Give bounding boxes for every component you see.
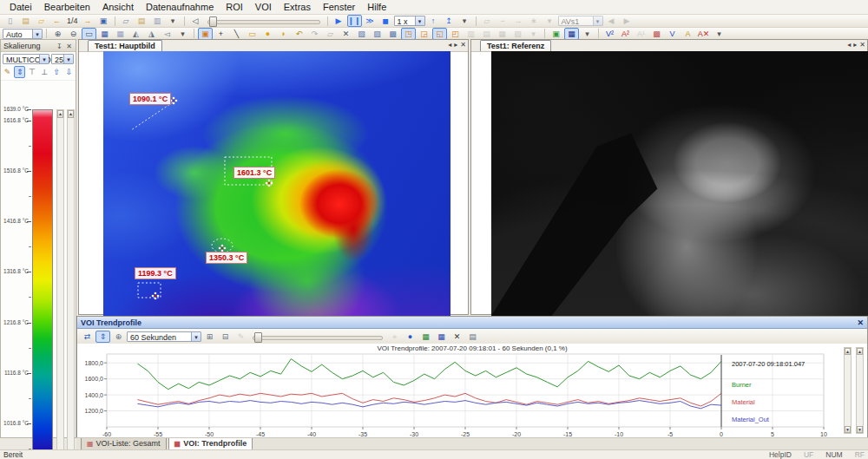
- shrink-range-icon[interactable]: ⇩: [63, 66, 75, 78]
- zoom-y-icon[interactable]: ⊟: [218, 331, 233, 343]
- stop-icon[interactable]: ◼: [378, 15, 393, 27]
- bottom-tab-voi-liste-gesamt[interactable]: ▦VOI-Liste: Gesamt: [81, 438, 167, 450]
- menu-item-datenaufnahme[interactable]: Datenaufnahme: [140, 1, 220, 13]
- more6-dropdown-icon[interactable]: ▾: [580, 28, 595, 40]
- redo-roi-icon[interactable]: ↷: [307, 28, 322, 40]
- auto-range-icon[interactable]: ⇕: [14, 66, 25, 78]
- voi-a2-icon[interactable]: A²: [618, 28, 633, 40]
- more7-dropdown-icon[interactable]: ▾: [712, 28, 727, 40]
- close-icon[interactable]: ✕: [859, 41, 865, 49]
- refresh-trend-icon[interactable]: ⇄: [80, 331, 95, 343]
- add-ellipse-icon[interactable]: ●: [260, 28, 275, 40]
- menu-item-roi[interactable]: ROI: [220, 1, 249, 13]
- more4-dropdown-icon[interactable]: ▾: [175, 28, 190, 40]
- fit-view-icon[interactable]: ▭: [82, 28, 96, 40]
- voi-new-icon[interactable]: ▣: [549, 28, 563, 40]
- roi-in-icon[interactable]: ◳: [401, 28, 416, 40]
- print-icon[interactable]: ▥: [150, 15, 165, 27]
- fast-forward-icon[interactable]: ≫: [363, 15, 378, 27]
- copy-roi-icon[interactable]: ▱: [323, 28, 338, 40]
- roi-list-icon[interactable]: ▧: [354, 28, 369, 40]
- scroll-up-icon[interactable]: ▲: [845, 348, 851, 355]
- tab-prev-icon[interactable]: ◂: [847, 41, 851, 49]
- palette-combo[interactable]: MULTICOLOF▾: [3, 54, 49, 64]
- zoom-in-icon[interactable]: ⊕: [50, 28, 65, 40]
- chart-scrollbar-2[interactable]: ▲ ▼: [856, 347, 864, 434]
- pause-trend-icon[interactable]: ●: [403, 331, 418, 343]
- close-icon[interactable]: ✕: [65, 43, 73, 50]
- print-trend-icon[interactable]: ▤: [465, 331, 480, 343]
- auto-scale-icon[interactable]: ⇕: [95, 331, 110, 343]
- menu-item-datei[interactable]: Datei: [3, 1, 38, 13]
- scale-max-scrollbar[interactable]: ▲ ▼: [56, 109, 64, 459]
- set-max-icon[interactable]: ⊤: [26, 66, 37, 78]
- export-excel-icon[interactable]: ▦: [418, 331, 433, 343]
- close-icon[interactable]: ✕: [857, 318, 864, 327]
- reference-image[interactable]: [491, 51, 868, 316]
- clear-trend-icon[interactable]: ✕: [450, 331, 464, 343]
- bottom-tab-voi-trendprofile[interactable]: ▦VOI: Trendprofile: [168, 438, 253, 450]
- tab-prev-icon[interactable]: ◂: [448, 41, 451, 49]
- image-view-icon[interactable]: ▦: [97, 28, 112, 40]
- add-point-icon[interactable]: +: [214, 28, 228, 40]
- mirror-icon[interactable]: ◅: [160, 28, 174, 40]
- tab-hauptbild[interactable]: Test1: Hauptbild: [88, 40, 162, 51]
- temp-label-spot-top[interactable]: 1090.1 °C: [129, 93, 171, 105]
- menu-item-fenster[interactable]: Fenster: [317, 1, 361, 13]
- thermal-image[interactable]: 1090.1 °C 1601.3 °C 1350.3 °C 1199.3 °C: [103, 51, 450, 316]
- playback-position-slider[interactable]: [207, 16, 320, 26]
- roi-out-icon[interactable]: ◲: [417, 28, 431, 40]
- add-polygon-icon[interactable]: ◗: [276, 28, 291, 40]
- pin-icon[interactable]: ↧: [56, 43, 63, 50]
- undo-roi-icon[interactable]: ↶: [292, 28, 306, 40]
- menu-item-hilfe[interactable]: Hilfe: [361, 1, 392, 13]
- chart-scrollbar-1[interactable]: ▲ ▼: [844, 347, 852, 434]
- voi-table-icon[interactable]: ▦: [564, 28, 579, 40]
- marker-up-icon[interactable]: ↥: [442, 15, 457, 27]
- scroll-up-icon[interactable]: ▲: [57, 110, 63, 118]
- scroll-up-icon[interactable]: ▲: [857, 348, 863, 355]
- edit-scale-icon[interactable]: ✎: [2, 66, 13, 78]
- prev-image-icon[interactable]: ←: [49, 15, 64, 27]
- scroll-down-icon[interactable]: ▼: [857, 426, 863, 433]
- voi-ax-icon[interactable]: A✕: [696, 28, 711, 40]
- levels-combo[interactable]: 256▾: [51, 54, 74, 64]
- temp-label-circle[interactable]: 1350.3 °C: [206, 252, 247, 264]
- scroll-down-icon[interactable]: ▼: [845, 426, 851, 433]
- more2-dropdown-icon[interactable]: ▾: [457, 15, 472, 27]
- play-icon[interactable]: ▶: [332, 15, 346, 27]
- delete-roi-icon[interactable]: ✕: [339, 28, 353, 40]
- scale-min-scrollbar[interactable]: ▲ ▼: [67, 109, 75, 459]
- tab-referenz[interactable]: Test1: Referenz: [480, 40, 551, 51]
- tab-next-icon[interactable]: ▸: [454, 41, 457, 49]
- menu-item-bearbeiten[interactable]: Bearbeiten: [38, 1, 96, 13]
- avs-combo[interactable]: AVs1▾: [558, 16, 603, 26]
- export-icon[interactable]: ▤: [135, 15, 149, 27]
- open-folder-icon[interactable]: ▱: [34, 15, 49, 27]
- trend-chart[interactable]: -60-55-50-45-40-35-30-25-20-15-10-505101…: [84, 352, 848, 443]
- close-icon[interactable]: ✕: [460, 41, 466, 49]
- next-image-icon[interactable]: →: [81, 15, 95, 27]
- audio-icon[interactable]: ◁: [188, 15, 203, 27]
- zoom-trend-icon[interactable]: ⊕: [111, 331, 126, 343]
- voi-a-icon[interactable]: A: [681, 28, 695, 40]
- temp-label-area-max[interactable]: 1601.3 °C: [233, 167, 275, 179]
- temp-label-spot-bottom[interactable]: 1199.3 °C: [135, 267, 176, 279]
- expand-range-icon[interactable]: ⇧: [51, 66, 62, 78]
- add-rect-icon[interactable]: ▭: [245, 28, 260, 40]
- add-line-icon[interactable]: ╲: [229, 28, 244, 40]
- roi-group-icon[interactable]: ▩: [385, 28, 400, 40]
- roi-next-icon[interactable]: ◰: [448, 28, 463, 40]
- menu-item-voi[interactable]: VOI: [249, 1, 278, 13]
- voi-v2-icon[interactable]: V²: [602, 28, 617, 40]
- more-dropdown-icon[interactable]: ▾: [166, 15, 181, 27]
- rotate-right-icon[interactable]: ◮: [144, 28, 159, 40]
- voi-v-icon[interactable]: V: [665, 28, 680, 40]
- menu-item-ansicht[interactable]: Ansicht: [96, 1, 140, 13]
- menu-item-extras[interactable]: Extras: [278, 1, 317, 13]
- speed-combo[interactable]: 1 x▾: [394, 16, 425, 26]
- voi-chart-icon[interactable]: ▩: [649, 28, 664, 40]
- select-roi-icon[interactable]: ▣: [198, 28, 213, 40]
- interval-combo[interactable]: 60 Sekunden▾: [127, 331, 201, 342]
- copy-icon[interactable]: ▱: [119, 15, 134, 27]
